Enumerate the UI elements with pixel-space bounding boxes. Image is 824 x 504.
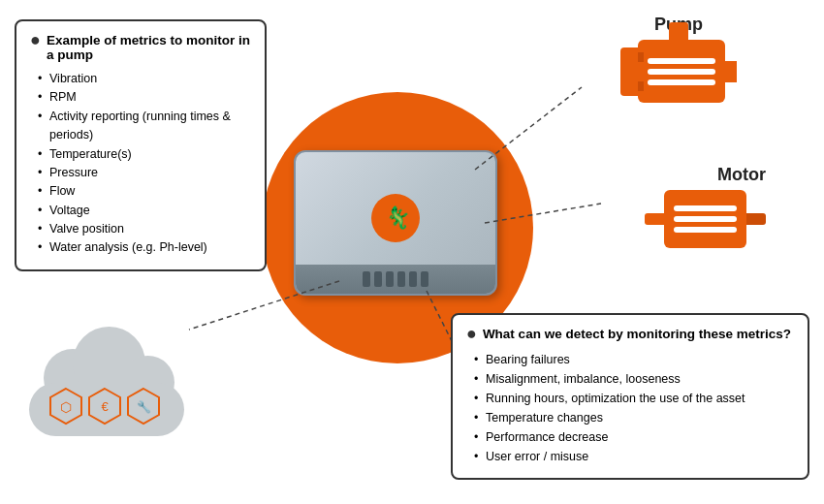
bullet-icon: ● xyxy=(30,31,41,48)
motor-stripe-1 xyxy=(674,205,737,211)
euro-hex-icon: € xyxy=(87,387,122,426)
metrics-title: ● Example of metrics to monitor in a pum… xyxy=(30,33,251,62)
pump-right-pipe xyxy=(725,61,737,82)
detection-info-box: ● What can we detect by monitoring these… xyxy=(451,313,809,480)
list-item: Bearing failures xyxy=(474,350,794,369)
list-item: Valve position xyxy=(38,220,251,238)
pump-body-wrapper xyxy=(620,40,737,103)
metrics-info-box: ● Example of metrics to monitor in a pum… xyxy=(15,19,267,271)
device-image: 🦎 xyxy=(284,136,507,310)
pump-illustration: Pump xyxy=(620,15,737,103)
list-item: Temperature changes xyxy=(474,408,794,427)
main-container: 🦎 ● Example of metrics to monitor in a p… xyxy=(0,0,824,504)
motor-illustration: Motor xyxy=(645,165,766,248)
list-item: Running hours, optimization the use of t… xyxy=(474,389,794,408)
list-item: Voltage xyxy=(38,202,251,220)
cloud-illustration: ⬡ € 🔧 xyxy=(29,349,184,436)
motor-shaft-left xyxy=(645,213,664,225)
pump-body xyxy=(620,40,737,103)
motor-stripe-3 xyxy=(674,227,737,233)
network-hex-icon: ⬡ xyxy=(48,387,83,426)
bullet-icon: ● xyxy=(466,325,477,342)
list-item: Vibration xyxy=(38,70,251,88)
list-item: User error / misuse xyxy=(474,447,794,466)
pump-stripe-2 xyxy=(648,69,715,75)
device-logo-icon: 🦎 xyxy=(383,205,409,231)
pump-left-flange xyxy=(620,47,638,96)
pump-top-pipe xyxy=(669,22,688,42)
list-item: Misalignment, imbalance, looseness xyxy=(474,369,794,389)
list-item: Activity reporting (running times & peri… xyxy=(38,108,251,145)
wrench-hex-icon: 🔧 xyxy=(126,387,161,426)
list-item: RPM xyxy=(38,88,251,107)
list-item: Temperature(s) xyxy=(38,145,251,164)
pump-main-body xyxy=(638,40,725,103)
motor-body xyxy=(645,190,766,248)
motor-stripe-2 xyxy=(674,216,737,222)
motor-label: Motor xyxy=(645,165,766,185)
metrics-list: Vibration RPM Activity reporting (runnin… xyxy=(30,70,251,258)
cloud-icons-group: ⬡ € 🔧 xyxy=(48,387,161,426)
pump-stripe-1 xyxy=(648,58,715,64)
motor-shaft-right xyxy=(746,213,766,225)
list-item: Performance decrease xyxy=(474,427,794,447)
list-item: Pressure xyxy=(38,164,251,182)
motor-main-body xyxy=(664,190,746,248)
detection-list: Bearing failures Misalignment, imbalance… xyxy=(466,350,794,466)
list-item: Flow xyxy=(38,182,251,201)
pump-stripe-3 xyxy=(648,79,715,85)
list-item: Water analysis (e.g. Ph-level) xyxy=(38,238,251,257)
detection-title: ● What can we detect by monitoring these… xyxy=(466,327,794,342)
